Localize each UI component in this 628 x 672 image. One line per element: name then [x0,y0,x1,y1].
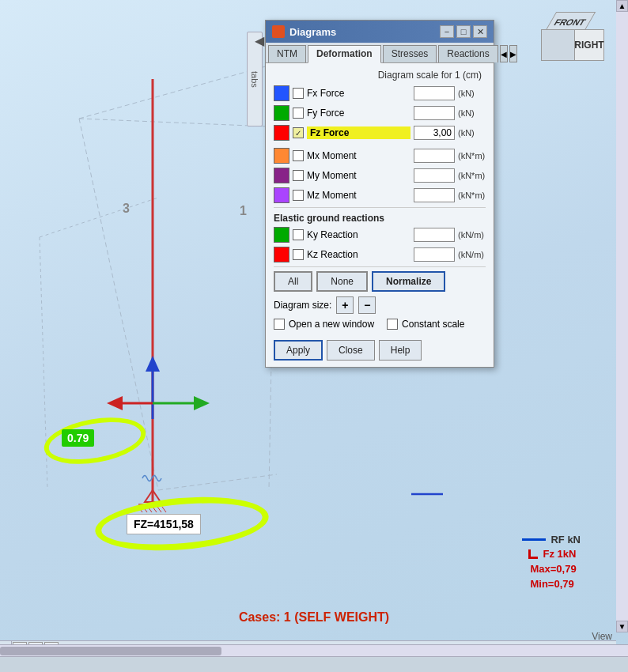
input-mx[interactable] [414,149,455,163]
check-mark-fz: ✓ [295,129,301,138]
scale-header: Diagram scale for 1 (cm) [274,70,486,81]
constant-scale-label: Constant scale [402,319,464,330]
legend-line-min: Min=0,79 [530,578,581,590]
legend-panel: RF kN Fz 1kN Max=0,79 Min=0,79 [522,534,581,593]
unit-fy: (kN) [458,108,486,118]
row-kz-reaction: Kz Reaction (kN/m) [274,247,486,262]
unit-kz: (kN/m) [458,250,486,259]
size-minus-btn[interactable]: − [358,296,376,314]
bottom-scrollbar[interactable] [0,644,628,656]
label-fy: Fy Force [307,108,410,119]
size-plus-btn[interactable]: + [336,296,354,314]
tab-ntm[interactable]: NTM [268,45,306,62]
normalize-btn[interactable]: Normalize [372,271,445,292]
status-bar [0,656,628,672]
svg-line-5 [40,198,158,237]
legend-text-max: Max=0,79 [530,563,576,575]
checkbox-mx[interactable] [293,150,304,161]
bottom-scrollbar-thumb[interactable] [0,647,221,655]
row-my-moment: My Moment (kN*m) [274,168,486,183]
node-value-label: 0.79 [62,429,94,447]
none-btn[interactable]: None [316,271,368,292]
cube-front-face[interactable] [541,29,577,61]
open-window-row: Open a new window [274,319,374,330]
svg-line-2 [158,474,277,490]
open-window-label: Open a new window [289,319,374,330]
scroll-down-btn[interactable]: ▼ [616,621,628,632]
scroll-up-btn[interactable]: ▲ [616,0,628,12]
tabs-label: tabs [250,71,259,88]
options-row: Open a new window Constant scale [274,319,486,334]
diagram-size-row: Diagram size: + − [274,296,486,314]
swatch-mx [274,148,289,164]
checkbox-fz[interactable]: ✓ [293,127,304,138]
tab-stresses[interactable]: Stresses [383,45,437,62]
tab-nav-left[interactable]: ◀ [500,45,508,62]
unit-fx: (kN) [458,89,486,98]
legend-text-fz: Fz 1kN [543,548,576,560]
size-label: Diagram size: [274,300,331,311]
swatch-my [274,168,289,183]
canvas-area: 0.79 FZ=4151,58 3 1 RF kN Fz 1kN Max=0,7… [0,0,628,672]
checkbox-constant-scale[interactable] [387,319,398,330]
legend-corner-icon [528,549,538,559]
label-mz: Mz Moment [307,190,410,201]
row-ky-reaction: Ky Reaction (kN/m) [274,227,486,243]
swatch-fx [274,85,289,101]
close-btn[interactable]: Close [327,340,375,361]
dialog-close-btn[interactable]: ✕ [473,25,487,38]
input-fy[interactable] [414,106,455,120]
elastic-header: Elastic ground reactions [274,213,486,224]
view-cube[interactable]: FRONT RIGHT [537,12,604,79]
tab-nav-right[interactable]: ▶ [509,45,517,62]
unit-ky: (kN/m) [458,230,486,240]
back-arrow[interactable]: ◀ [255,33,264,48]
checkbox-ky[interactable] [293,229,304,240]
checkbox-kz[interactable] [293,249,304,260]
dialog-titlebar[interactable]: Diagrams − □ ✕ [266,21,494,43]
checkbox-open-window[interactable] [274,319,285,330]
all-none-normalize-row: All None Normalize [274,271,486,292]
input-mz[interactable] [414,188,455,202]
dialog-minimize-btn[interactable]: − [440,25,454,38]
legend-text-min: Min=0,79 [530,578,573,590]
divider-2 [274,266,486,267]
input-ky[interactable] [414,228,455,242]
dialog-title-text: Diagrams [289,26,437,38]
dialog-body: Diagram scale for 1 (cm) Fx Force (kN) F… [266,63,494,367]
row-mx-moment: Mx Moment (kN*m) [274,148,486,164]
row-fx-force: Fx Force (kN) [274,85,486,101]
checkbox-mz[interactable] [293,190,304,201]
svg-marker-19 [194,396,210,410]
swatch-ky [274,227,289,243]
all-btn[interactable]: All [274,271,312,292]
label-kz: Kz Reaction [307,249,410,260]
svg-marker-17 [146,356,160,372]
legend-text-rf: RF kN [550,534,581,546]
tab-deformation[interactable]: Deformation [308,45,381,63]
label-my: My Moment [307,170,410,181]
swatch-fy [274,105,289,121]
constant-scale-row: Constant scale [387,319,464,330]
divider-1 [274,207,486,208]
input-fz[interactable] [414,126,455,140]
legend-line-fz: Fz 1kN [525,548,581,560]
checkbox-fx[interactable] [293,88,304,99]
input-kz[interactable] [414,247,455,262]
bottom-buttons-row: Apply Close Help [274,340,486,361]
legend-line-rf: RF kN [522,534,581,546]
row-fz-force: ✓ Fz Force (kN) [274,125,486,141]
dialog-maximize-btn[interactable]: □ [456,25,471,38]
unit-my: (kN*m) [458,171,486,180]
tab-reactions[interactable]: Reactions [438,45,497,62]
fz-value-label: FZ=4151,58 [127,514,201,534]
input-my[interactable] [414,168,455,183]
checkbox-fy[interactable] [293,108,304,119]
cube-right-face[interactable]: RIGHT [574,29,604,61]
checkbox-my[interactable] [293,170,304,181]
apply-btn[interactable]: Apply [274,340,323,361]
row-fy-force: Fy Force (kN) [274,105,486,121]
struct-num-3: 3 [123,202,130,216]
help-btn[interactable]: Help [379,340,422,361]
input-fx[interactable] [414,86,455,100]
